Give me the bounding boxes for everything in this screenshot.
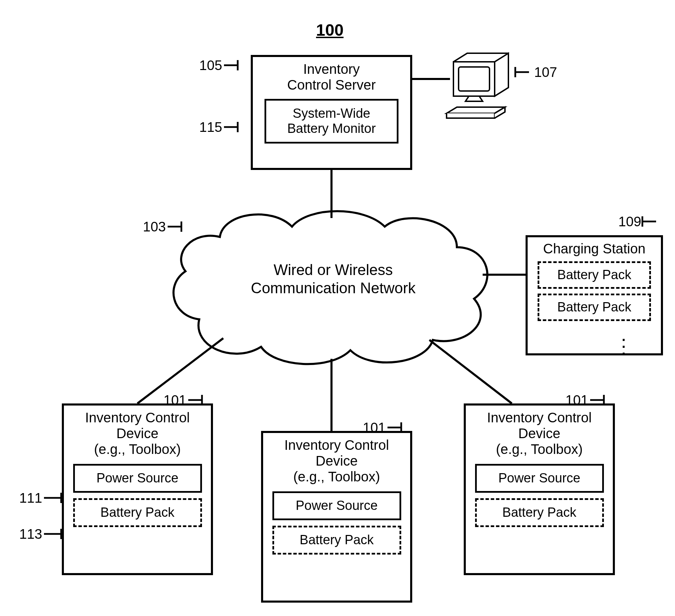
svg-rect-0: [459, 67, 490, 91]
device-a-title: Inventory Control Device (e.g., Toolbox): [64, 410, 211, 457]
device-a-box: Inventory Control Device (e.g., Toolbox)…: [62, 403, 213, 575]
ref-113: 113: [19, 526, 42, 542]
device-c-box: Inventory Control Device (e.g., Toolbox)…: [464, 403, 615, 575]
charging-pack-1-label: Battery Pack: [557, 267, 631, 283]
charging-pack-2-label: Battery Pack: [557, 300, 631, 315]
device-c-power-label: Power Source: [498, 471, 581, 486]
device-b-power-label: Power Source: [296, 498, 378, 513]
ref-115: 115: [199, 119, 222, 135]
ref-105: 105: [199, 58, 222, 73]
device-c-power: Power Source: [475, 464, 604, 493]
device-a-battery: Battery Pack: [73, 498, 202, 527]
server-box: Inventory Control Server System-Wide Bat…: [251, 55, 412, 170]
server-title: Inventory Control Server: [253, 61, 410, 93]
ref-101a: 101: [164, 392, 187, 408]
computer-icon: [447, 53, 508, 118]
device-b-power: Power Source: [272, 491, 401, 520]
device-a-power: Power Source: [73, 464, 202, 493]
ref-101b: 101: [363, 420, 386, 435]
diagram-canvas: 100: [0, 0, 675, 616]
device-b-box: Inventory Control Device (e.g., Toolbox)…: [261, 431, 412, 603]
charging-pack-2: Battery Pack: [538, 294, 651, 321]
device-a-power-label: Power Source: [97, 471, 179, 486]
connector: [429, 340, 512, 403]
ref-109: 109: [618, 214, 641, 229]
system-wide-monitor-box: System-Wide Battery Monitor: [265, 99, 398, 144]
ref-101c: 101: [565, 392, 588, 408]
device-b-battery-label: Battery Pack: [300, 533, 373, 548]
vertical-dots-icon: ···: [622, 336, 626, 357]
device-b-title: Inventory Control Device (e.g., Toolbox): [263, 437, 410, 484]
device-a-battery-label: Battery Pack: [100, 505, 174, 520]
device-b-battery: Battery Pack: [272, 526, 401, 555]
ref-103: 103: [143, 219, 166, 235]
charging-station-title: Charging Station: [528, 241, 661, 256]
system-wide-monitor-label: System-Wide Battery Monitor: [287, 106, 376, 136]
charging-station-box: Charging Station Battery Pack Battery Pa…: [526, 235, 663, 355]
device-c-battery: Battery Pack: [475, 498, 604, 527]
cloud-label: Wired or Wireless Communication Network: [192, 261, 474, 297]
ref-111: 111: [19, 490, 42, 506]
device-c-title: Inventory Control Device (e.g., Toolbox): [466, 410, 613, 457]
charging-pack-1: Battery Pack: [538, 261, 651, 289]
ref-107: 107: [534, 65, 557, 80]
device-c-battery-label: Battery Pack: [502, 505, 576, 520]
